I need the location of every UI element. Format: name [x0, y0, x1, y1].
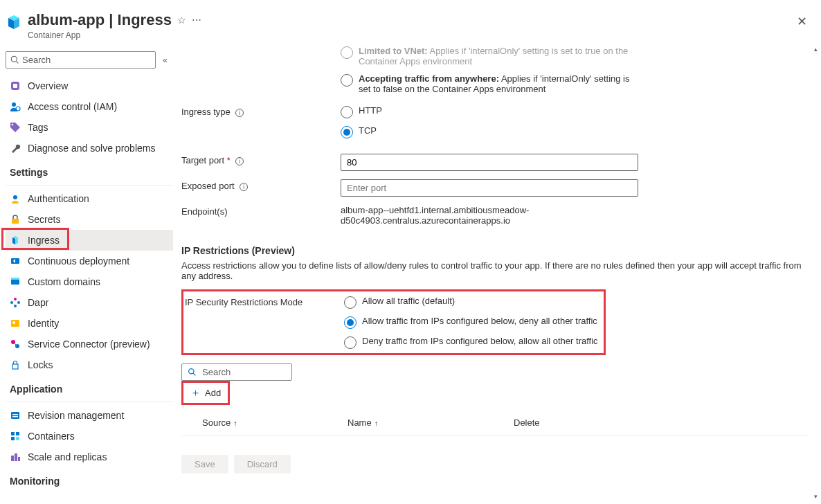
sidebar-item-dapr[interactable]: Dapr [6, 292, 173, 313]
svg-rect-3 [13, 84, 17, 88]
sidebar-item-iam[interactable]: Access control (IAM) [6, 96, 173, 117]
revisions-icon [10, 410, 21, 421]
info-icon[interactable]: i [235, 109, 244, 117]
svg-line-20 [15, 343, 16, 345]
tag-icon [10, 122, 21, 133]
radio-tcp[interactable]: TCP [341, 125, 638, 138]
radio-icon [341, 74, 353, 87]
sidebar-label: Continuous deployment [28, 255, 129, 267]
svg-rect-30 [15, 453, 17, 461]
svg-rect-25 [11, 432, 15, 435]
save-button[interactable]: Save [181, 455, 228, 474]
sidebar-item-overview[interactable]: Overview [6, 75, 173, 96]
sidebar-label: Authentication [28, 193, 89, 204]
more-icon[interactable]: ⋯ [192, 15, 201, 26]
containers-icon [10, 431, 21, 442]
radio-label: Allow all traffic (default) [362, 296, 455, 306]
close-icon[interactable]: ✕ [794, 11, 810, 32]
sidebar-item-revisions[interactable]: Revision management [6, 405, 173, 426]
svg-rect-23 [12, 414, 18, 415]
sidebar-item-secrets[interactable]: Secrets [6, 209, 173, 230]
radio-deny-listed[interactable]: Deny traffic from IPs configured below, … [344, 336, 598, 349]
person-icon [10, 101, 21, 112]
page-title: album-app | Ingress [28, 11, 172, 29]
ip-restrictions-desc: Access restrictions allow you to define … [181, 260, 807, 281]
svg-rect-11 [11, 278, 19, 280]
radio-allow-all[interactable]: Allow all traffic (default) [344, 296, 598, 309]
sidebar-label: Ingress [28, 235, 60, 246]
radio-limited-vnet: Limited to VNet: Applies if 'internalOnl… [341, 46, 638, 66]
radio-label: HTTP [359, 105, 382, 116]
exposed-port-label: Exposed port i [181, 179, 341, 191]
svg-point-32 [189, 369, 194, 374]
radio-anywhere[interactable]: Accepting traffic from anywhere: Applies… [341, 73, 638, 94]
radio-label: TCP [359, 125, 377, 136]
highlight-box-ip-mode: IP Security Restrictions Mode Allow all … [181, 289, 606, 355]
domains-icon [10, 276, 21, 287]
target-port-input[interactable] [341, 154, 638, 171]
svg-rect-22 [11, 412, 19, 419]
wrench-icon [10, 143, 21, 154]
cd-icon [10, 255, 21, 267]
sidebar-item-domains[interactable]: Custom domains [6, 271, 173, 292]
sidebar-section-monitoring: Monitoring [6, 467, 173, 491]
svg-rect-24 [12, 416, 18, 417]
scroll-up-icon[interactable]: ▴ [814, 46, 818, 53]
search-placeholder: Search [202, 367, 231, 377]
sidebar-section-application: Application [6, 375, 173, 399]
sidebar-label: Custom domains [28, 276, 100, 287]
svg-point-12 [10, 301, 13, 304]
auth-icon [10, 193, 21, 204]
add-button[interactable]: ＋ Add [183, 383, 228, 403]
search-icon [188, 368, 197, 377]
info-icon[interactable]: i [240, 183, 248, 191]
svg-line-1 [17, 62, 19, 64]
svg-point-4 [12, 102, 16, 107]
ip-search-input[interactable]: Search [181, 363, 292, 381]
ip-mode-label: IP Security Restrictions Mode [185, 296, 344, 349]
page-subtitle: Container App [28, 30, 794, 40]
col-name[interactable]: Name ↑ [348, 417, 514, 428]
sidebar-item-ingress[interactable]: Ingress [6, 230, 173, 251]
radio-allow-listed[interactable]: Allow traffic from IPs configured below,… [344, 316, 598, 329]
divider [6, 185, 173, 186]
sidebar-item-scale[interactable]: Scale and replicas [6, 447, 173, 467]
col-source[interactable]: Source ↑ [181, 417, 348, 428]
add-label: Add [205, 388, 221, 398]
exposed-port-input[interactable] [341, 179, 638, 197]
discard-button[interactable]: Discard [234, 455, 291, 474]
sidebar-item-cd[interactable]: Continuous deployment [6, 251, 173, 271]
ip-restrictions-title: IP Restrictions (Preview) [181, 245, 807, 256]
sidebar-item-identity[interactable]: Identity [6, 313, 173, 334]
sidebar-item-tags[interactable]: Tags [6, 117, 173, 138]
target-port-label: Target port * i [181, 154, 341, 165]
scrollbar[interactable]: ▴ ▾ [811, 46, 820, 500]
svg-point-0 [11, 56, 17, 62]
divider [6, 402, 173, 402]
sidebar-label: Service Connector (preview) [28, 339, 150, 350]
secrets-icon [10, 214, 21, 225]
sidebar-item-authentication[interactable]: Authentication [6, 188, 173, 209]
sidebar-item-containers[interactable]: Containers [6, 426, 173, 447]
sidebar-item-service-connector[interactable]: Service Connector (preview) [6, 334, 173, 354]
sidebar-search-input[interactable]: Search [6, 51, 156, 69]
sidebar-label: Containers [28, 431, 75, 442]
radio-label: Accepting traffic from anywhere: Applies… [359, 73, 638, 94]
scroll-down-icon[interactable]: ▾ [814, 493, 818, 500]
sidebar-label: Scale and replicas [28, 451, 107, 462]
sidebar-label: Dapr [28, 297, 48, 308]
svg-point-14 [14, 298, 17, 300]
favorite-icon[interactable]: ☆ [177, 15, 186, 26]
sidebar-item-locks[interactable]: Locks [6, 354, 173, 375]
sidebar-item-diagnose[interactable]: Diagnose and solve problems [6, 138, 173, 159]
sidebar-label: Secrets [28, 214, 60, 225]
info-icon[interactable]: i [235, 157, 244, 165]
sidebar-label: Tags [28, 122, 48, 133]
radio-http[interactable]: HTTP [341, 105, 638, 118]
collapse-sidebar-icon[interactable]: « [160, 55, 170, 65]
ip-table-header: Source ↑ Name ↑ Delete [181, 408, 807, 435]
ingress-type-label: Ingress type i [181, 105, 341, 117]
identity-icon [10, 318, 21, 329]
svg-point-7 [13, 195, 17, 199]
svg-rect-28 [16, 437, 19, 440]
